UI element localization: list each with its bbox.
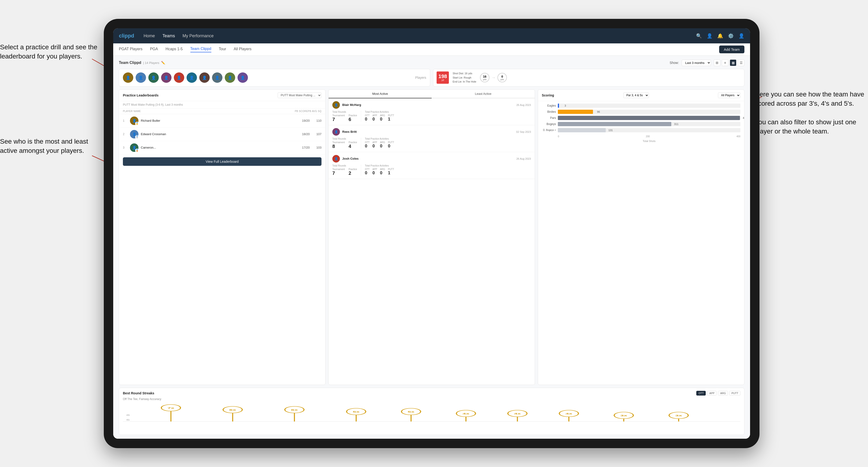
tab-arg[interactable]: ARG: [718, 391, 728, 396]
leaderboard-dropdown[interactable]: PUTT Must Make Putting ...: [278, 92, 321, 98]
tab-putt[interactable]: PUTT: [729, 391, 740, 396]
edit-icon[interactable]: ✏️: [161, 61, 165, 65]
search-icon[interactable]: 🔍: [696, 33, 702, 39]
subnav-hcaps[interactable]: Hcaps 1-5: [165, 47, 183, 52]
bar-track-eagles: 3: [558, 103, 740, 108]
table-view-icon[interactable]: ≡: [722, 59, 728, 66]
subnav-allplayers[interactable]: All Players: [234, 47, 252, 52]
ott-label-1: OTT: [365, 114, 370, 117]
settings-icon[interactable]: ⚙️: [728, 33, 734, 39]
scoring-filter-players[interactable]: All Players: [718, 92, 740, 98]
subnav-pga[interactable]: PGA: [150, 47, 158, 52]
streak-chart-svg: 6 8 7x 6x 6x: [123, 403, 740, 429]
lb-name-2: Edward Crossman: [141, 132, 296, 136]
activity-panel: Most Active Least Active 👤 Blair McHarg …: [328, 89, 535, 385]
avatar-7[interactable]: 👤: [199, 72, 210, 83]
grid-view-icon[interactable]: ⊞: [714, 59, 720, 66]
lb-avg-3: 103: [312, 146, 321, 149]
app-label-2: APP: [372, 141, 377, 144]
putt-value-3: 1: [388, 170, 394, 176]
scoring-filter-par[interactable]: Par 3, 4 & 5s: [623, 92, 649, 98]
yardage-right-unit: yds: [500, 78, 504, 81]
view-full-leaderboard-button[interactable]: View Full Leaderboard: [123, 157, 321, 166]
svg-text:6x: 6x: [291, 409, 298, 411]
avatar-3[interactable]: 👤: [148, 72, 159, 83]
svg-text:3x: 3x: [675, 414, 682, 417]
person-icon[interactable]: 👤: [707, 33, 713, 39]
avatar-6[interactable]: 👤: [187, 72, 197, 83]
activity-card-3: 👤 Josh Coles 26 Aug 2023 Total Rounds To…: [329, 152, 535, 179]
subnav-tour[interactable]: Tour: [219, 47, 226, 52]
svg-text:4x: 4x: [565, 412, 572, 415]
putt-label-1: PUTT: [388, 114, 394, 117]
svg-text:6: 6: [126, 418, 130, 421]
bar-track-dbogeys: 131: [558, 128, 740, 132]
ott-value-1: 0: [365, 117, 370, 122]
bar-value-dbogeys: 131: [608, 129, 613, 132]
streaks-header: Best Round Streaks OTT APP ARG PUTT: [123, 391, 740, 396]
putt-label-3: PUTT: [388, 168, 394, 170]
bar-fill-dbogeys: 131: [558, 128, 606, 132]
lb-medal-2: 🥈: [135, 135, 139, 139]
team-header: Team Clippd | 14 Players ✏️ Show: Last 3…: [119, 59, 744, 66]
bar-value-birdies: 96: [597, 111, 600, 113]
streaks-title: Best Round Streaks: [123, 391, 154, 395]
practice-leaderboards-panel: Practice Leaderboards PUTT Must Make Put…: [119, 89, 326, 385]
tab-most-active[interactable]: Most Active: [329, 90, 432, 98]
bell-icon[interactable]: 🔔: [717, 33, 723, 39]
lb-name-1: Richard Butler: [141, 119, 296, 122]
activity-card-3-header: 👤 Josh Coles 26 Aug 2023: [332, 155, 531, 162]
bar-track-pars: 499: [558, 116, 740, 120]
svg-text:4x: 4x: [463, 412, 469, 415]
show-label: Show:: [670, 61, 679, 65]
lb-subtitle-text: PUTT Must Make Putting (3-6 ft),: [123, 103, 164, 106]
nav-link-home[interactable]: Home: [144, 33, 155, 38]
card-view-icon[interactable]: ▦: [730, 59, 736, 66]
tournament-label-3: Tournament: [332, 168, 345, 170]
activity-name-1: Blair McHarg: [342, 103, 514, 106]
lb-medal-1: 🥇: [135, 122, 139, 125]
total-rounds-label-1: Total Rounds: [332, 111, 357, 113]
nav-links: Home Teams My Performance: [144, 33, 696, 38]
avatar-1[interactable]: 👤: [123, 72, 133, 83]
tournament-value-2: 8: [332, 144, 345, 149]
scoring-title: Scoring: [542, 93, 554, 97]
bar-value-bogeys: 311: [674, 123, 678, 125]
yardage-right-value: 0: [501, 75, 503, 78]
putt-value-1: 1: [388, 117, 394, 122]
svg-text:4x: 4x: [514, 412, 521, 415]
avatar-10[interactable]: 👤: [238, 72, 248, 83]
streak-chart: 6 8 7x 6x 6x: [123, 403, 740, 431]
arg-label-3: ARG: [380, 168, 385, 170]
avatar-icon[interactable]: 👤: [739, 33, 744, 39]
bar-row-birdies: Birdies 96: [542, 110, 740, 114]
add-team-button[interactable]: Add Team: [719, 45, 744, 53]
svg-text:7x: 7x: [167, 407, 174, 409]
lb-name-3: Cameron...: [141, 146, 296, 149]
avatar-5[interactable]: 👤: [174, 72, 184, 83]
nav-link-myperformance[interactable]: My Performance: [183, 33, 214, 38]
app-label-3: APP: [372, 168, 377, 170]
activity-card-2: 👤 Rees Britt 02 Sep 2023 Total Rounds To…: [329, 125, 535, 152]
tab-least-active[interactable]: Least Active: [432, 90, 535, 98]
subnav-pgat[interactable]: PGAT Players: [119, 47, 143, 52]
lb-row-3: 3 👤 🥉 Cameron... 17/20 103: [119, 141, 325, 154]
avatar-9[interactable]: 👤: [225, 72, 235, 83]
tab-app[interactable]: APP: [707, 391, 717, 396]
avatar-8[interactable]: 👤: [212, 72, 222, 83]
bar-fill-bogeys: 311: [558, 122, 671, 126]
nav-link-teams[interactable]: Teams: [162, 33, 175, 38]
total-rounds-label-2: Total Rounds: [332, 137, 357, 140]
streaks-tabs: OTT APP ARG PUTT: [696, 391, 740, 396]
list-view-icon[interactable]: ☰: [738, 59, 744, 66]
activity-avatar-3: 👤: [332, 155, 340, 162]
avatar-4[interactable]: 👤: [161, 72, 172, 83]
tab-ott[interactable]: OTT: [696, 391, 706, 396]
players-row: 👤 👤 👤 👤 👤 👤 👤 👤 👤 👤 Players: [119, 69, 430, 87]
period-dropdown[interactable]: Last 3 months: [682, 60, 711, 66]
show-filter: Show: Last 3 months ⊞ ≡ ▦ ☰: [670, 59, 744, 66]
subnav-teamclippd[interactable]: Team Clippd: [190, 47, 211, 52]
lb-subtitle-period: Last 3 months: [165, 103, 183, 106]
leaderboard-subtitle: PUTT Must Make Putting (3-6 ft), Last 3 …: [119, 101, 325, 108]
avatar-2[interactable]: 👤: [135, 72, 146, 83]
